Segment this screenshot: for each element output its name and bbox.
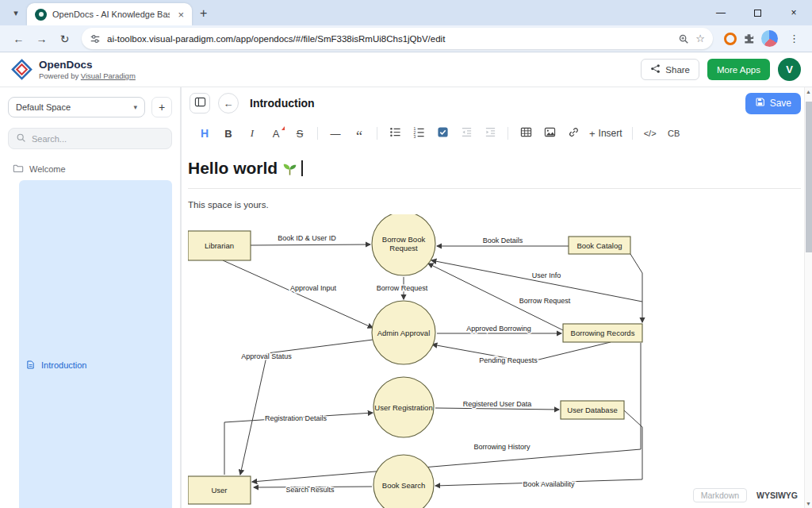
sidebar-item-welcome[interactable]: Welcome — [8, 160, 172, 178]
svg-text:Borrowing Records: Borrowing Records — [571, 329, 635, 337]
forward-icon[interactable]: → — [31, 28, 52, 49]
outdent-button[interactable] — [456, 123, 477, 144]
toolbar-separator — [377, 127, 377, 140]
diagram-edge-label: User Info — [532, 271, 561, 279]
scroll-down-icon[interactable]: ▼ — [805, 501, 812, 506]
doc-heading-text: Hello world — [188, 159, 278, 177]
inline-code-button[interactable]: </> — [640, 123, 661, 144]
tab-search-icon[interactable]: ▾ — [6, 3, 25, 22]
diagram-edge-label: Borrow Request — [519, 297, 571, 305]
image-button[interactable] — [539, 123, 560, 144]
toolbar-separator — [632, 127, 633, 140]
bullet-list-button[interactable] — [385, 123, 405, 144]
diagram-node-user-database: User Database — [561, 401, 624, 419]
add-page-button[interactable]: + — [151, 97, 172, 117]
panel-toggle-icon — [194, 96, 206, 110]
blockquote-button[interactable]: “ — [349, 123, 370, 144]
diagram-edge — [223, 260, 373, 328]
horizontal-rule-button[interactable]: — — [325, 123, 346, 144]
svg-text:Request: Request — [389, 244, 418, 252]
folder-icon — [13, 163, 24, 175]
extension-orange-icon[interactable] — [724, 33, 737, 45]
insert-label: Insert — [599, 128, 622, 139]
address-bar[interactable]: ☆ — [82, 28, 713, 49]
scrollbar-thumb[interactable] — [806, 102, 812, 252]
code-block-button[interactable]: CB — [664, 123, 684, 144]
svg-text:Librarian: Librarian — [205, 241, 234, 250]
close-icon[interactable]: × — [776, 0, 812, 25]
minimize-icon[interactable]: — — [703, 0, 739, 25]
document-canvas[interactable]: Hello world This space is yours. Librari… — [182, 148, 812, 508]
italic-button[interactable]: I — [242, 123, 262, 144]
refresh-icon[interactable]: ↻ — [54, 28, 75, 49]
font-color-glyph: A — [273, 128, 280, 140]
tab-close-icon[interactable]: × — [175, 9, 186, 21]
site-info-icon[interactable] — [90, 33, 101, 44]
svg-text:Book Search: Book Search — [382, 481, 425, 490]
user-avatar[interactable]: V — [778, 58, 801, 81]
sidebar-item-label: Welcome — [29, 164, 66, 174]
page-scrollbar[interactable]: ▲ ▼ — [804, 87, 812, 508]
sidebar-item-label: Introduction — [41, 360, 86, 370]
mode-markdown-button[interactable]: Markdown — [693, 488, 747, 502]
strikethrough-button[interactable]: S — [289, 123, 310, 144]
bookmark-star-icon[interactable]: ☆ — [695, 33, 705, 44]
editor-main: ← Introduction Save HBIAS—“123+Insert</>… — [181, 87, 812, 508]
heading-glyph: H — [201, 127, 209, 140]
svg-text:User Database: User Database — [567, 406, 617, 414]
link-button[interactable] — [563, 123, 584, 144]
more-apps-button[interactable]: More Apps — [707, 59, 770, 80]
browser-tabstrip: ▾ OpenDocs - AI Knowledge Base × + — × — [0, 0, 812, 25]
space-selector-value: Default Space — [16, 102, 71, 112]
back-icon[interactable]: ← — [8, 28, 29, 49]
space-selector[interactable]: Default Space ▾ — [8, 97, 145, 117]
maximize-icon[interactable] — [739, 0, 776, 25]
url-input[interactable] — [107, 34, 672, 44]
scroll-up-icon[interactable]: ▲ — [805, 89, 812, 94]
svg-text:User Registration: User Registration — [374, 403, 432, 412]
zoom-icon[interactable] — [678, 33, 689, 44]
bold-button[interactable]: B — [218, 123, 239, 144]
insert-button[interactable]: +Insert — [587, 123, 625, 144]
heading-button[interactable]: H — [194, 123, 215, 144]
diagram-node-book-search: Book Search — [373, 455, 434, 508]
task-list-button[interactable] — [432, 123, 453, 144]
page-title: Introduction — [250, 97, 315, 110]
diagram-edge-label: Book ID & User ID — [278, 234, 336, 242]
browser-navbar: ← → ↻ ☆ ⋮ — [0, 25, 812, 52]
browser-profile-avatar[interactable] — [761, 30, 778, 47]
font-color-button[interactable]: A — [266, 123, 286, 144]
search-input[interactable] — [32, 134, 164, 144]
diagram-edge-label: Approval Status — [241, 352, 292, 360]
indent-button[interactable] — [480, 123, 500, 144]
new-tab-button[interactable]: + — [200, 6, 207, 21]
ordered-list-button[interactable]: 123 — [408, 123, 429, 144]
diagram-node-user-registration: User Registration — [373, 377, 434, 437]
save-button[interactable]: Save — [745, 93, 801, 114]
app-header: OpenDocs Powered by Visual Paradigm Shar… — [0, 52, 812, 87]
table-icon — [520, 126, 532, 140]
browser-tab[interactable]: OpenDocs - AI Knowledge Base × — [27, 3, 192, 25]
toggle-sidebar-button[interactable] — [190, 93, 210, 114]
powered-by: Powered by Visual Paradigm — [39, 71, 136, 80]
diagram-edge-label: Search Results — [285, 486, 335, 494]
browser-window: ▾ OpenDocs - AI Knowledge Base × + — × ←… — [0, 0, 812, 508]
back-arrow-icon: ← — [224, 98, 234, 110]
back-page-button[interactable]: ← — [218, 93, 239, 114]
text-cursor — [301, 160, 303, 176]
dfd-diagram[interactable]: LibrarianBorrow BookRequestBook CatalogA… — [188, 214, 646, 508]
svg-text:User: User — [211, 486, 227, 495]
browser-menu-icon[interactable]: ⋮ — [784, 33, 804, 44]
toolbar-separator — [508, 127, 508, 140]
sidebar-search[interactable] — [8, 128, 172, 149]
tab-favicon-icon — [35, 9, 47, 21]
extensions-puzzle-icon[interactable] — [743, 33, 755, 44]
blockquote-glyph: “ — [356, 126, 362, 140]
visual-paradigm-link[interactable]: Visual Paradigm — [81, 71, 136, 80]
sidebar-item-introduction[interactable]: Introduction — [19, 180, 172, 508]
table-button[interactable] — [515, 123, 536, 144]
document-icon — [25, 360, 36, 371]
mode-wysiwyg-button[interactable]: WYSIWYG — [756, 491, 798, 500]
share-button[interactable]: Share — [641, 59, 699, 80]
code-block-glyph: CB — [668, 129, 680, 138]
